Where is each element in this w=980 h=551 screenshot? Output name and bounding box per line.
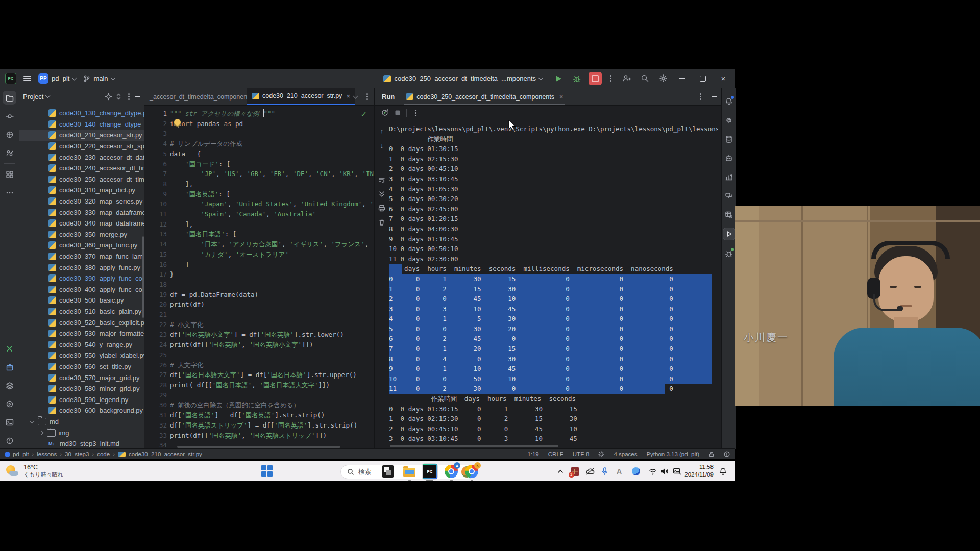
- robot-icon[interactable]: [723, 152, 734, 164]
- taskbar-file-explorer[interactable]: [402, 464, 417, 479]
- hide-panel-icon[interactable]: [712, 96, 717, 97]
- tray-copilot-icon[interactable]: [630, 464, 642, 479]
- expand-collapse-icon[interactable]: [115, 93, 122, 101]
- tray-notifications-bell[interactable]: [717, 464, 729, 479]
- terminal-tool-icon[interactable]: [3, 415, 16, 429]
- vcs-branch-widget[interactable]: main: [83, 74, 114, 82]
- main-menu-icon[interactable]: [23, 76, 31, 81]
- file-encoding[interactable]: UTF-8: [573, 451, 590, 457]
- tree-item[interactable]: code30_600_background.py: [19, 405, 144, 416]
- stop-button[interactable]: [589, 72, 602, 85]
- pull-requests-tool-icon[interactable]: [3, 146, 16, 160]
- start-button[interactable]: [261, 465, 274, 478]
- close-tab-icon[interactable]: ×: [346, 92, 350, 100]
- taskbar-pycharm[interactable]: PC: [422, 464, 437, 479]
- tree-item[interactable]: code30_570_major_grid.py: [19, 372, 144, 383]
- tree-item[interactable]: M↓md30_step3_init.md: [19, 438, 144, 449]
- run-tab[interactable]: code30_250_accesor_dt_timedelta_componen…: [402, 88, 567, 105]
- intention-bulb-icon[interactable]: [174, 119, 181, 126]
- breadcrumb-item[interactable]: 30_step3: [65, 451, 89, 457]
- tab-timedelta-components[interactable]: _accesor_dt_timedelta_components.py: [144, 88, 247, 105]
- code-area[interactable]: """ str アクセサの様々な例 """import pandas as pd…: [170, 109, 374, 449]
- editor-body[interactable]: 1234567891011121314151617181920212223242…: [144, 106, 374, 449]
- soft-wrap-icon[interactable]: [378, 176, 385, 183]
- tree-item[interactable]: code30_560_set_title.py: [19, 361, 144, 372]
- tree-item[interactable]: code30_370_map_func_lambda.py: [19, 251, 144, 262]
- sciview-table-icon[interactable]: [723, 209, 734, 220]
- caret-position[interactable]: 1:19: [527, 451, 538, 457]
- close-button[interactable]: ×: [716, 74, 731, 83]
- structure-tool-icon[interactable]: [3, 128, 16, 141]
- project-tool-icon[interactable]: [3, 91, 16, 105]
- breadcrumb[interactable]: pd_plt›lessons›30_step3›code›code30_210_…: [0, 451, 202, 457]
- breadcrumb-item[interactable]: lessons: [37, 451, 57, 457]
- notifications-icon[interactable]: [723, 95, 734, 107]
- locate-file-icon[interactable]: [105, 93, 112, 101]
- inspection-status-icon[interactable]: [724, 451, 730, 457]
- panel-options-icon[interactable]: [128, 96, 130, 97]
- tree-scrollbar[interactable]: [142, 236, 144, 318]
- tray-onedrive-paused-icon[interactable]: [584, 464, 596, 479]
- tree-item[interactable]: code30_350_merge.py: [19, 229, 144, 240]
- tree-item[interactable]: code30_360_map_func.py: [19, 240, 144, 251]
- tree-item[interactable]: code30_230_accesor_dt_datetime.p: [19, 152, 144, 163]
- ai-assistant-icon[interactable]: [723, 114, 734, 126]
- more-actions-icon[interactable]: [415, 112, 416, 114]
- python-packages-tool-icon[interactable]: [3, 360, 16, 374]
- tab-options-icon[interactable]: [366, 96, 368, 97]
- breadcrumb-item[interactable]: code: [97, 451, 110, 457]
- tree-item[interactable]: code30_580_minor_grid.py: [19, 383, 144, 394]
- scroll-down-icon[interactable]: ↓: [380, 142, 384, 149]
- tree-item[interactable]: code30_390_apply_func_complex.p: [19, 273, 144, 284]
- taskbar-app-dark[interactable]: [380, 464, 396, 479]
- breadcrumb-item[interactable]: pd_plt: [13, 451, 29, 457]
- more-tool-windows-icon[interactable]: [3, 167, 16, 181]
- console-output[interactable]: D:\projects\lessons\pd_plt\.venv\Scripts…: [389, 120, 718, 449]
- taskbar-clock[interactable]: 11:58 2024/11/09: [684, 463, 714, 479]
- hide-panel-icon[interactable]: [135, 96, 140, 97]
- run-configuration-selector[interactable]: code30_250_accesor_dt_timedelta_...mpone…: [383, 74, 543, 82]
- tray-photos-icon[interactable]: [671, 464, 683, 479]
- rerun-icon[interactable]: [381, 109, 389, 117]
- print-icon[interactable]: [378, 205, 385, 212]
- tree-item[interactable]: code30_510_basic_plain.py: [19, 306, 144, 317]
- maximize-button[interactable]: [695, 76, 710, 82]
- hidden-tabs-icon[interactable]: [353, 93, 358, 98]
- breadcrumb-item[interactable]: code30_210_accesor_str.py: [129, 451, 202, 457]
- tree-item[interactable]: md: [19, 416, 144, 428]
- debug-tool-icon[interactable]: [723, 247, 734, 259]
- chat-icon[interactable]: [723, 190, 734, 202]
- tray-microphone-icon[interactable]: [599, 464, 611, 479]
- tree-item[interactable]: code30_250_accesor_dt_timedelta_: [19, 174, 144, 185]
- close-tab-icon[interactable]: ×: [559, 93, 563, 101]
- tree-item[interactable]: code30_140_change_dtype_timede: [19, 119, 144, 130]
- minimize-button[interactable]: [675, 78, 690, 79]
- tree-item[interactable]: img: [19, 427, 144, 438]
- tree-item[interactable]: code30_400_apply_func_complex_: [19, 284, 144, 295]
- tree-item[interactable]: code30_530_major_formatter.py: [19, 328, 144, 339]
- commit-tool-icon[interactable]: [3, 109, 16, 123]
- x-file-tool-icon[interactable]: [3, 342, 16, 356]
- tree-item[interactable]: code30_330_map_dataframe.py: [19, 207, 144, 218]
- tree-item[interactable]: code30_220_accesor_str_split.py: [19, 141, 144, 152]
- weather-widget[interactable]: 16°C くもり時々晴れ: [0, 464, 63, 479]
- taskbar-chrome-1[interactable]: ▲: [444, 464, 459, 479]
- services-tool-icon[interactable]: [3, 397, 16, 411]
- tree-item[interactable]: code30_380_apply_func.py: [19, 262, 144, 273]
- indent-style[interactable]: 4 spaces: [614, 451, 637, 457]
- line-separator[interactable]: CRLF: [548, 451, 564, 457]
- debug-button[interactable]: [570, 72, 583, 85]
- tree-item[interactable]: code30_590_legend.py: [19, 394, 144, 405]
- ellipsis-icon[interactable]: [3, 186, 16, 199]
- tree-item[interactable]: code30_340_map_dataframe_reset_: [19, 218, 144, 229]
- project-widget[interactable]: PP pd_plt: [38, 73, 76, 84]
- tree-item[interactable]: code30_130_change_dtype.py: [19, 108, 144, 119]
- tray-volume-icon[interactable]: [658, 464, 671, 479]
- search-everywhere-button[interactable]: [638, 72, 651, 85]
- tray-expand-icon[interactable]: [554, 464, 567, 479]
- stop-disabled-icon[interactable]: [394, 109, 401, 116]
- chart-icon[interactable]: [723, 171, 734, 183]
- scroll-up-icon[interactable]: ↑: [380, 127, 384, 135]
- tray-app-badge[interactable]: 1: [569, 464, 581, 479]
- tree-item[interactable]: code30_540_y_range.py: [19, 339, 144, 350]
